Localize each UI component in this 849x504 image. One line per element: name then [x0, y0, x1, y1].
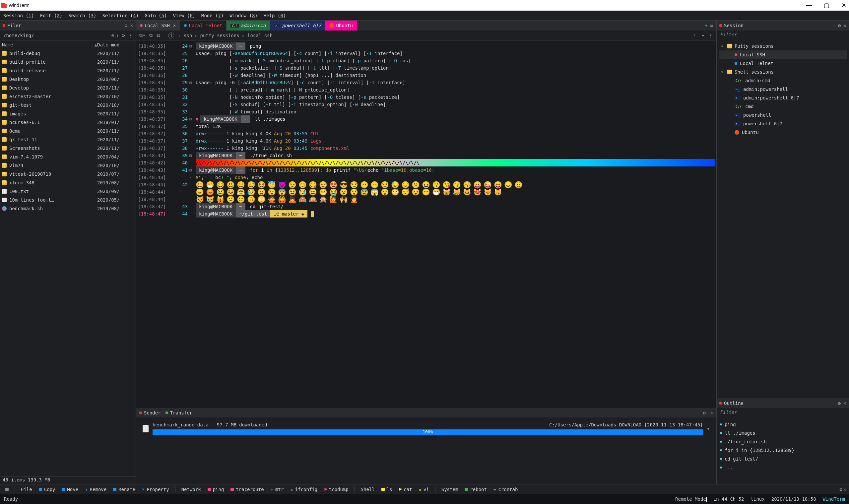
outline-item[interactable]: ...	[720, 463, 846, 472]
more-icon[interactable]: ⋮	[128, 33, 133, 38]
gear-icon[interactable]: ⚙	[703, 410, 705, 415]
session-group[interactable]: ▾ Shell sessions	[719, 68, 847, 76]
refresh-icon[interactable]: ⟳	[122, 33, 126, 38]
filer-path-input[interactable]	[3, 33, 108, 38]
session-group[interactable]: ▾ Putty sessions	[719, 42, 847, 50]
gear-icon[interactable]: ⚙	[125, 23, 127, 28]
filer-row[interactable]: build-debug 2020/11/	[0, 49, 136, 58]
filer-row[interactable]: git-test 2020/10/	[0, 101, 136, 109]
tab-close-icon[interactable]: ×	[173, 23, 176, 28]
sort-asc-icon[interactable]: ▲	[94, 42, 97, 48]
close-icon[interactable]: ×	[130, 23, 133, 28]
breadcrumb[interactable]: ▸ssh ▸putty sessions ▸local ssh	[178, 33, 272, 38]
vi-button[interactable]: ★vi	[416, 487, 432, 492]
filer-row[interactable]: Screenshots 2020/11/	[0, 144, 136, 152]
session-item[interactable]: Local SSH	[719, 50, 847, 59]
tab-local-telnet[interactable]: Local Telnet	[180, 21, 227, 31]
menu-edit[interactable]: Edit (2)	[40, 13, 62, 18]
crumb-more-icon[interactable]: ⋮	[708, 33, 713, 38]
copy-button[interactable]: Copy	[36, 487, 58, 492]
gear-icon[interactable]: ⚙	[838, 23, 841, 28]
ls-button[interactable]: ls	[379, 487, 395, 492]
session-item[interactable]: Ubuntu	[719, 128, 847, 137]
outline-filter[interactable]: Filter	[717, 408, 849, 417]
menu-selection[interactable]: Selection (4)	[103, 13, 139, 18]
session-item[interactable]: >_powershell 6|7	[719, 119, 847, 128]
filer-row[interactable]: esctest2-master 2020/10/	[0, 92, 136, 101]
filer-row[interactable]: build-profile 2020/11/	[0, 58, 136, 66]
new-tab-button[interactable]: +	[705, 23, 707, 28]
up-icon[interactable]: ↑	[116, 33, 119, 38]
cat-button[interactable]: ⚑cat	[396, 487, 415, 492]
close-icon[interactable]: ×	[710, 410, 713, 415]
outline-item[interactable]: cd git-test/	[720, 455, 846, 463]
menu-session[interactable]: Session (1)	[3, 13, 34, 18]
outline-list[interactable]: pingll ./images./true_color.shfor i in {…	[717, 417, 849, 484]
property-button[interactable]: ➤Property	[139, 487, 172, 492]
move-button[interactable]: Move	[59, 487, 81, 492]
filer-row[interactable]: vim74 2020/10/	[0, 161, 136, 170]
filer-row[interactable]: images 2020/11/	[0, 109, 136, 118]
session-item[interactable]: >_powershell	[719, 111, 847, 119]
tab-ubuntu[interactable]: Ubuntu	[325, 21, 357, 31]
session-filter[interactable]: Filter	[717, 31, 849, 40]
session-item[interactable]: C:\cmd	[719, 102, 847, 111]
tab-transfer[interactable]: Transfer	[170, 410, 192, 415]
session-item[interactable]: C:\admin:cmd	[719, 76, 847, 85]
gear-icon[interactable]: ⚙	[839, 487, 842, 492]
rename-button[interactable]: Rename	[110, 487, 138, 492]
filer-row[interactable]: 10m_lines_foo.t… 2020/05/	[0, 196, 136, 204]
remove-button[interactable]: ✦Remove	[82, 487, 109, 492]
filer-table[interactable]: Name ▲ Date mod build-debug 2020/11/ bui…	[0, 40, 136, 476]
reboot-button[interactable]: reboot	[462, 487, 489, 492]
buffer-icon[interactable]	[3, 488, 11, 491]
filer-row[interactable]: ncurses-6.1 2018/01/	[0, 118, 136, 127]
menu-goto[interactable]: Goto (5)	[145, 13, 167, 18]
crumb-down-icon[interactable]: ▾	[702, 33, 704, 38]
tab-list-button[interactable]: ≡	[710, 23, 713, 28]
tab-copy-icon[interactable]: ⧉	[157, 33, 160, 38]
filer-row[interactable]: 100.txt 2020/09/	[0, 187, 136, 196]
close-icon[interactable]: ×	[844, 400, 846, 406]
chevron-down-icon[interactable]: ▾	[707, 426, 710, 431]
filer-row[interactable]: xterm-348 2019/08/	[0, 178, 136, 187]
maximize-button[interactable]: ▢	[824, 2, 829, 9]
menu-view[interactable]: View (6)	[173, 13, 195, 18]
info-icon[interactable]: i	[168, 33, 174, 38]
ifconfig-button[interactable]: ★ifconfig	[288, 487, 320, 492]
filer-row[interactable]: Qemu 2020/11/	[0, 127, 136, 135]
traceroute-button[interactable]: traceroute	[228, 487, 266, 492]
tab-dup-icon[interactable]: ⧉	[149, 33, 152, 38]
terminal[interactable]: [18:48:35][18:48:35][18:48:35][18:48:35]…	[136, 40, 716, 408]
filer-row[interactable]: build-release 2020/11/	[0, 66, 136, 75]
close-button[interactable]: ✕	[842, 2, 846, 9]
tab-sender[interactable]: Sender	[144, 410, 161, 415]
crumb-next-icon[interactable]: 〉	[693, 33, 698, 38]
menu-help[interactable]: Help (0)	[264, 13, 286, 18]
close-icon[interactable]: ×	[844, 487, 846, 492]
outline-item[interactable]: ./true_color.sh	[720, 437, 846, 446]
outline-item[interactable]: ping	[720, 420, 846, 429]
filer-row[interactable]: Desktop 2020/06/	[0, 75, 136, 84]
tab-powershell-6-7[interactable]: >_powershell 6|7	[270, 21, 325, 31]
menu-mode[interactable]: Mode (7)	[201, 13, 223, 18]
tab-local-ssh[interactable]: Local SSH×	[136, 21, 180, 31]
mtr-button[interactable]: ✦mtr	[268, 487, 287, 492]
session-tree[interactable]: ▾ Putty sessionsLocal SSHLocal Telnet▾ S…	[717, 40, 849, 398]
menu-window[interactable]: Window (8)	[230, 13, 257, 18]
outline-item[interactable]: ll ./images	[720, 429, 846, 437]
clear-icon[interactable]: ⌫	[111, 33, 113, 38]
outline-item[interactable]: for i in {128512..128589}	[720, 446, 846, 455]
minimize-button[interactable]: —	[806, 2, 812, 9]
tcpdump-button[interactable]: ⚑tcpdump	[321, 487, 351, 492]
status-brand[interactable]: WindTerm	[823, 497, 845, 502]
tab-admin-cmd[interactable]: C:\admin:cmd	[227, 21, 270, 31]
filer-row[interactable]: Develop 2020/11/	[0, 84, 136, 92]
col-date[interactable]: Date mod	[97, 42, 134, 48]
session-item[interactable]: >_admin:powershell	[719, 85, 847, 93]
session-item[interactable]: Local Telnet	[719, 59, 847, 68]
filer-row[interactable]: qx_test_11 2020/11/	[0, 135, 136, 144]
filer-row[interactable]: vttest-20190710 2019/07/	[0, 170, 136, 178]
filer-row[interactable]: benchmark.sh 2019/08/	[0, 204, 136, 213]
crontab-button[interactable]: ❤crontab	[491, 487, 520, 492]
